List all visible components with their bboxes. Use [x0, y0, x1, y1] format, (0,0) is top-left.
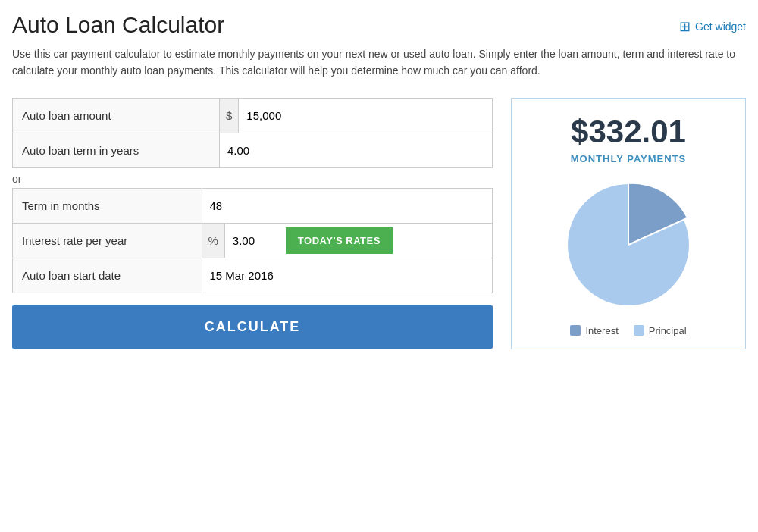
start-date-row: Auto loan start date [13, 258, 493, 293]
interest-color-box [570, 325, 581, 336]
term-years-label: Auto loan term in years [22, 144, 139, 157]
loan-amount-label: Auto loan amount [22, 109, 111, 122]
get-widget-link[interactable]: ⊞ Get widget [679, 18, 746, 35]
interest-rate-input[interactable] [225, 224, 286, 258]
page-title: Auto Loan Calculator [12, 12, 224, 38]
get-widget-label: Get widget [695, 20, 746, 33]
pie-chart [560, 177, 697, 313]
description-text: Use this car payment calculator to estim… [12, 45, 746, 80]
loan-amount-input[interactable] [239, 99, 492, 133]
monthly-amount: $332.01 [524, 114, 733, 150]
start-date-label: Auto loan start date [22, 269, 121, 282]
result-panel: $332.01 MONTHLY PAYMENTS Interest [511, 98, 746, 349]
term-years-row: Auto loan term in years [13, 133, 493, 167]
legend-interest: Interest [570, 325, 618, 336]
percent-symbol: % [202, 224, 225, 258]
form-table: Auto loan amount $ Auto loan term in yea… [12, 98, 493, 168]
chart-legend: Interest Principal [524, 325, 733, 336]
interest-label: Interest [585, 325, 618, 336]
principal-label: Principal [649, 325, 687, 336]
interest-rate-field-row: % TODAY'S RATES [202, 224, 492, 258]
loan-amount-field-row: $ [220, 99, 492, 133]
start-date-input[interactable] [202, 258, 492, 293]
interest-rate-row: Interest rate per year % TODAY'S RATES [13, 223, 493, 258]
calculate-button[interactable]: CALCULATE [12, 305, 493, 349]
term-years-input[interactable] [220, 133, 492, 167]
main-layout: Auto loan amount $ Auto loan term in yea… [12, 98, 746, 349]
monthly-label: MONTHLY PAYMENTS [524, 153, 733, 164]
term-months-input[interactable] [202, 189, 492, 223]
legend-principal: Principal [634, 325, 687, 336]
form-section: Auto loan amount $ Auto loan term in yea… [12, 98, 493, 349]
currency-symbol: $ [220, 99, 239, 133]
principal-color-box [634, 325, 644, 336]
interest-rate-label: Interest rate per year [22, 234, 127, 247]
widget-icon: ⊞ [679, 18, 691, 35]
term-years-field-row [220, 133, 492, 167]
loan-amount-row: Auto loan amount $ [13, 98, 493, 133]
start-date-field-row [202, 258, 492, 293]
term-months-field-row [202, 189, 492, 223]
todays-rates-button[interactable]: TODAY'S RATES [286, 227, 393, 254]
form-table-2: Term in months Interest rate per year % [12, 188, 493, 293]
term-months-label: Term in months [22, 199, 100, 212]
term-months-row: Term in months [13, 188, 493, 223]
or-label: or [12, 173, 493, 185]
